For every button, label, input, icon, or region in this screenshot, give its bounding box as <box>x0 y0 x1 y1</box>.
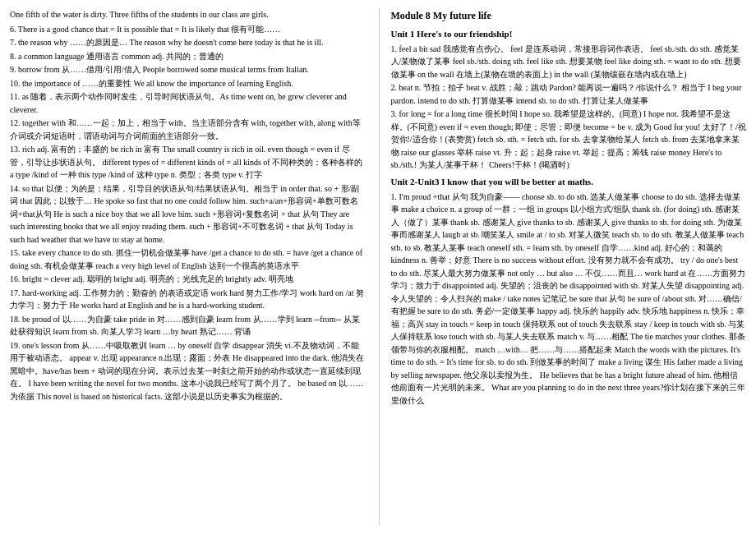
left-item-2: 7. the reason why ……的原因是… The reason why… <box>10 36 366 49</box>
left-intro: One fifth of the water is dirty. Three f… <box>10 8 366 21</box>
unit23-items: 1. I'm proud +that 从句 我为自豪—— choose sb. … <box>391 191 747 407</box>
unit23-item-1: 1. I'm proud +that 从句 我为自豪—— choose sb. … <box>391 191 747 407</box>
left-items: 6. There is a good chance that = It is p… <box>10 23 366 403</box>
left-item-9: 14. so that 以便；为的是；结果，引导目的状语从句/结果状语从句。相当… <box>10 182 366 246</box>
unit1-items: 1. feel a bit sad 我感觉有点伤心。 feel 是连系动词，常接… <box>391 43 747 172</box>
unit1-item-1: 1. feel a bit sad 我感觉有点伤心。 feel 是连系动词，常接… <box>391 43 747 81</box>
left-item-13: 18. be proud of 以……为自豪 take pride in 对……… <box>10 313 366 338</box>
left-item-3: 8. a common language 通用语言 common adj. 共同… <box>10 50 366 63</box>
left-column: One fifth of the water is dirty. Three f… <box>10 8 366 526</box>
left-item-11: 16. bright = clever adj. 聪明的 bright adj.… <box>10 273 366 286</box>
unit1-item-3: 3. for long = for a long time 很长时间 I hop… <box>391 108 747 172</box>
left-item-1: 6. There is a good chance that = It is p… <box>10 23 366 36</box>
left-item-10: 15. take every chance to do sth. 抓住一切机会做… <box>10 246 366 272</box>
left-item-7: 12. together with 和……一起；加上，相当于 with。当主语部… <box>10 117 366 142</box>
unit23-title: Unit 2-Unit3 I know that you will be bet… <box>391 175 747 189</box>
left-item-14: 19. one's lesson from 从……中吸取教训 learn … b… <box>10 339 366 403</box>
left-item-4: 9. borrow from 从……借用/引用/借入 People borrow… <box>10 63 366 76</box>
unit1-item-2: 2. beat n. 节拍；拍子 beat v. 战胜；敲；跳动 Pardon?… <box>391 81 747 107</box>
left-item-5: 10. the importance of ……的重要性 We all know… <box>10 77 366 90</box>
right-column: Module 8 My future life Unit 1 Here's to… <box>379 8 747 526</box>
page-container: One fifth of the water is dirty. Three f… <box>0 0 756 534</box>
module-title: Module 8 My future life <box>391 8 747 24</box>
left-item-12: 17. hard-working adj. 工作努力的；勤奋的 的表语或定语 w… <box>10 287 366 312</box>
left-item-8: 13. rich adj. 富有的；丰盛的 be rich in 富有 The … <box>10 143 366 182</box>
left-item-6: 11. as 随着，表示两个动作同时发生，引导时间状语从句。As time we… <box>10 90 366 116</box>
unit1-title: Unit 1 Here's to our friendship! <box>391 27 747 41</box>
